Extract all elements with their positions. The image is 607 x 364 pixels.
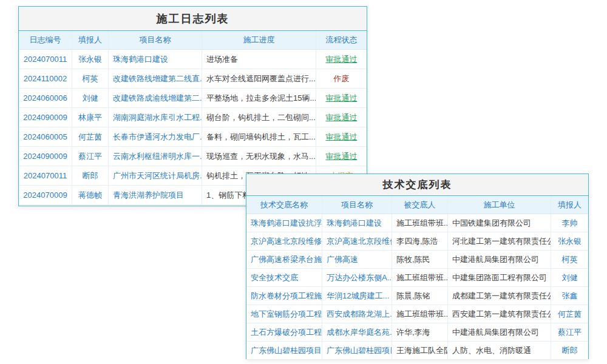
- status-text: 作废: [316, 69, 367, 88]
- reporter-link[interactable]: 何芷茵: [72, 127, 108, 146]
- table-header-row: 日志编号 填报人 项目名称 施工进度 流程状态: [19, 31, 367, 50]
- table-row: 地下室钢筋分项工程... 西安成都路龙湖上... 施工班组带班... 西安建工第…: [246, 305, 588, 323]
- status-text: 审批通过: [316, 147, 367, 166]
- status-text: 审批通过: [316, 89, 367, 107]
- disclosure-name-link[interactable]: 广佛高速桥梁承台施...: [246, 251, 322, 268]
- reporter-link[interactable]: 刘健: [551, 269, 588, 286]
- log-id-link[interactable]: 2024090009: [19, 147, 72, 166]
- col-header-construction-unit: 施工单位: [447, 196, 551, 214]
- log-id-link[interactable]: 2024090009: [19, 108, 72, 127]
- project-name-link[interactable]: 京沪高速北京段维修: [322, 232, 392, 250]
- progress-text: 进场准备: [202, 50, 316, 69]
- reporter-link[interactable]: 张永银: [72, 50, 108, 69]
- project-name-link[interactable]: 广东佛山碧桂园项目: [322, 342, 392, 359]
- project-name-link[interactable]: 湖南洞庭湖水库引水工程...: [108, 108, 202, 127]
- table-row: 土石方爆破分项工程... 成都水岸华庭名苑... 许华,李海 中建港航局集团有限…: [246, 323, 588, 342]
- table-row: 2024090009 林康平 湖南洞庭湖水库引水工程... 砌台阶，钩机排土，二…: [19, 108, 367, 127]
- log-id-link[interactable]: 2024060005: [19, 127, 72, 146]
- disclosed-person-text: 陈牧,陈民: [392, 251, 447, 268]
- tech-disclosure-panel: 技术交底列表 技术交底名称 项目名称 被交底人 施工单位 填报人 珠海鹤港口建设…: [246, 174, 589, 359]
- table-row: 2024060006 刘健 改建铁路成渝线增建第二... 平整场地，拉走多余泥土…: [19, 89, 367, 108]
- project-name-link[interactable]: 广州市天河区统计局机房...: [108, 166, 202, 185]
- status-text: 审批通过: [316, 108, 367, 127]
- project-name-link[interactable]: 西安成都路龙湖上...: [322, 305, 392, 323]
- table-row: 2024070011 张永银 珠海鹤港口建设 进场准备 审批通过: [19, 50, 367, 69]
- reporter-link[interactable]: 张鑫: [551, 287, 588, 305]
- status-text: 审批通过: [316, 50, 367, 69]
- disclosure-name-link[interactable]: 安全技术交底: [246, 269, 322, 286]
- project-name-link[interactable]: 改建铁路线增建第二线直...: [108, 69, 202, 88]
- construction-unit-text: 河北建工第一建筑有限责任公司: [447, 232, 551, 250]
- reporter-link[interactable]: 蔡江平: [72, 147, 108, 166]
- project-name-link[interactable]: 广佛高速: [322, 251, 392, 268]
- reporter-link[interactable]: 蒋德帧: [72, 186, 108, 204]
- panel-title: 施工日志列表: [19, 7, 367, 31]
- table-row: 广东佛山碧桂园项目... 广东佛山碧桂园项目 王海施工队全队... 人防、水电、…: [246, 342, 588, 360]
- project-name-link[interactable]: 改建铁路成渝线增建第二...: [108, 89, 202, 107]
- col-header-project: 项目名称: [108, 31, 202, 49]
- construction-unit-text: 人防、水电、消防暖通: [447, 342, 551, 359]
- construction-unit-text: 中建集团路面工程有限公司: [447, 269, 551, 286]
- disclosure-name-link[interactable]: 广东佛山碧桂园项目...: [246, 342, 322, 359]
- table-row: 2024090009 蔡江平 云南水利枢纽潜明水库一... 现场巡查，无积水现象…: [19, 147, 367, 166]
- construction-unit-text: 中国铁建集团有限公司: [447, 214, 551, 232]
- project-name-link[interactable]: 成都水岸华庭名苑...: [322, 323, 392, 341]
- project-name-link[interactable]: 云南水利枢纽潜明水库一...: [108, 147, 202, 166]
- project-name-link[interactable]: 长春市伊通河水力发电厂...: [108, 127, 202, 146]
- disclosed-person-text: 施工班组带班...: [392, 214, 447, 232]
- reporter-link[interactable]: 何芷茵: [551, 305, 588, 323]
- construction-unit-text: 成都建工第一建筑有限责任公司: [447, 287, 551, 305]
- reporter-link[interactable]: 柯英: [551, 251, 588, 268]
- reporter-link[interactable]: 张永银: [551, 232, 588, 250]
- project-name-link[interactable]: 华润12城房建工...: [322, 287, 392, 305]
- construction-unit-text: 中建港航局集团有限公司: [447, 323, 551, 341]
- project-name-link[interactable]: 青海洪湖养护院项目: [108, 186, 202, 204]
- reporter-link[interactable]: 柯英: [72, 69, 108, 88]
- col-header-disclosure-name: 技术交底名称: [246, 196, 322, 214]
- status-text: 审批通过: [316, 127, 367, 146]
- disclosed-person-text: 施工班组带班...: [392, 305, 447, 323]
- disclosed-person-text: 王海施工队全队...: [392, 342, 447, 359]
- disclosure-name-link[interactable]: 珠海鹤港口建设抗浮...: [246, 214, 322, 232]
- disclosure-name-link[interactable]: 土石方爆破分项工程...: [246, 323, 322, 341]
- disclosure-name-link[interactable]: 京沪高速北京段维修...: [246, 232, 322, 250]
- table-row: 珠海鹤港口建设抗浮... 珠海鹤港口建设 施工班组带班... 中国铁建集团有限公…: [246, 214, 588, 232]
- disclosure-name-link[interactable]: 防水卷材分项工程施...: [246, 287, 322, 305]
- disclosed-person-text: 许华,李海: [392, 323, 447, 341]
- project-name-link[interactable]: 万达办公楼东侧A...: [322, 269, 392, 286]
- col-header-log-id: 日志编号: [19, 31, 72, 49]
- col-header-reporter: 填报人: [551, 196, 588, 214]
- log-id-link[interactable]: 2024110002: [19, 69, 72, 88]
- disclosed-person-text: 陈晨,陈铭: [392, 287, 447, 305]
- log-id-link[interactable]: 2024070009: [19, 186, 72, 204]
- col-header-status: 流程状态: [316, 31, 367, 49]
- reporter-link[interactable]: 李帅: [551, 214, 588, 232]
- col-header-disclosed-person: 被交底人: [392, 196, 447, 214]
- log-id-link[interactable]: 2024070011: [19, 50, 72, 69]
- reporter-link[interactable]: 林康平: [72, 108, 108, 127]
- construction-unit-text: 中建港航局集团有限公司: [447, 251, 551, 268]
- reporter-link[interactable]: 断郎: [551, 342, 588, 359]
- disclosed-person-text: 李四海,陈浩: [392, 232, 447, 250]
- construction-unit-text: 西安建工第一建筑有限责任公司: [447, 305, 551, 323]
- disclosed-person-text: 施工班组带班...: [392, 269, 447, 286]
- progress-text: 备料，砌间墙钩机排土，瓦工...: [202, 127, 316, 146]
- disclosure-name-link[interactable]: 地下室钢筋分项工程...: [246, 305, 322, 323]
- reporter-link[interactable]: 断郎: [72, 166, 108, 185]
- table-row: 安全技术交底 万达办公楼东侧A... 施工班组带班... 中建集团路面工程有限公…: [246, 269, 588, 287]
- table-row: 防水卷材分项工程施... 华润12城房建工... 陈晨,陈铭 成都建工第一建筑有…: [246, 287, 588, 305]
- reporter-link[interactable]: 蔡江平: [551, 323, 588, 341]
- log-id-link[interactable]: 2024070011: [19, 166, 72, 185]
- table-row: 2024110002 柯英 改建铁路线增建第二线直... 水车对全线遮阳网覆盖点…: [19, 69, 367, 89]
- progress-text: 平整场地，拉走多余泥土15辆...: [202, 89, 316, 107]
- progress-text: 现场巡查，无积水现象，水马...: [202, 147, 316, 166]
- table-row: 2024060005 何芷茵 长春市伊通河水力发电厂... 备料，砌间墙钩机排土…: [19, 127, 367, 147]
- reporter-link[interactable]: 刘健: [72, 89, 108, 107]
- col-header-progress: 施工进度: [202, 31, 316, 49]
- project-name-link[interactable]: 珠海鹤港口建设: [322, 214, 392, 232]
- progress-text: 水车对全线遮阳网覆盖点进行...: [202, 69, 316, 88]
- table-header-row: 技术交底名称 项目名称 被交底人 施工单位 填报人: [246, 196, 588, 214]
- table-row: 广佛高速桥梁承台施... 广佛高速 陈牧,陈民 中建港航局集团有限公司 柯英: [246, 251, 588, 269]
- log-id-link[interactable]: 2024060006: [19, 89, 72, 107]
- project-name-link[interactable]: 珠海鹤港口建设: [108, 50, 202, 69]
